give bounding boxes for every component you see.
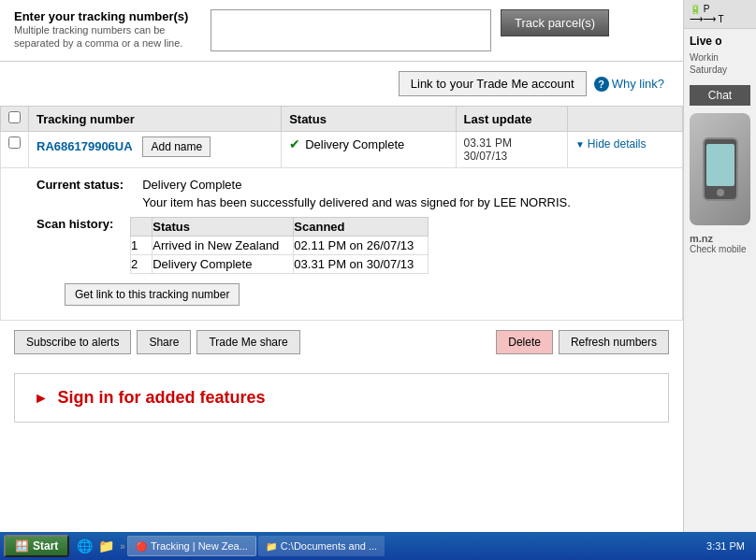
scan-status: Arrived in New Zealand	[153, 237, 294, 255]
scan-col-num	[131, 218, 153, 237]
status-text: Delivery Complete	[305, 137, 404, 151]
details-row: Current status: Delivery Complete Your i…	[1, 168, 683, 321]
subscribe-button[interactable]: Subscribe to alerts	[14, 330, 131, 354]
tracking-number-cell: RA686179906UA Add name	[29, 132, 282, 168]
link-trade-me-button[interactable]: Link to your Trade Me account	[399, 71, 587, 96]
tracking-tab-label: Tracking | New Zea...	[151, 540, 248, 552]
tracking-label: Enter your tracking number(s)	[14, 9, 201, 23]
scan-status: Delivery Complete	[153, 255, 294, 274]
last-update-time: 03.31 PM	[464, 136, 560, 150]
taskbar-item-tracking[interactable]: 🔴 Tracking | New Zea...	[127, 536, 256, 556]
svg-point-2	[717, 189, 724, 196]
sign-in-section: ► Sign in for added features	[14, 373, 669, 423]
get-link-button[interactable]: Get link to this tracking number	[65, 283, 240, 306]
folder-icon[interactable]: 📁	[98, 538, 114, 553]
mobile-title: m.nz	[690, 233, 750, 244]
scan-scanned: 03.31 PM on 30/07/13	[294, 255, 429, 274]
select-all-checkbox[interactable]	[8, 111, 21, 123]
scan-row: 1 Arrived in New Zealand 02.11 PM on 26/…	[131, 237, 429, 255]
battery-icon: 🔋 P	[690, 4, 750, 14]
share-button[interactable]: Share	[137, 330, 191, 354]
sign-in-text: Sign in for added features	[57, 388, 265, 407]
documents-tab-label: C:\Documents and ...	[281, 540, 377, 552]
delete-button[interactable]: Delete	[496, 330, 553, 354]
row-checkbox[interactable]	[8, 136, 21, 149]
live-box: Live o Workin Saturday	[684, 29, 756, 81]
scan-col-status: Status	[153, 218, 294, 237]
scan-col-scanned: Scanned	[294, 218, 429, 237]
add-name-button[interactable]: Add name	[142, 136, 211, 157]
network-icon: ⟶⟶ T	[690, 14, 750, 24]
col-tracking-number: Tracking number	[29, 107, 282, 132]
tracking-textarea[interactable]	[211, 9, 491, 51]
table-row: RA686179906UA Add name ✔ Delivery Comple…	[1, 132, 683, 168]
question-icon: ?	[594, 77, 609, 92]
trade-me-share-button[interactable]: Trade Me share	[196, 330, 299, 354]
current-status-row: Current status: Delivery Complete Your i…	[36, 178, 665, 209]
scan-table: Status Scanned 1 Arrived in New Zealand …	[130, 217, 429, 274]
live-text: Workin Saturday	[690, 51, 750, 76]
tracking-input-section: Enter your tracking number(s) Multiple t…	[0, 0, 683, 62]
status-cell: ✔ Delivery Complete	[282, 132, 456, 168]
sidebar-top: 🔋 P ⟶⟶ T	[684, 0, 756, 29]
last-update-date: 30/07/13	[464, 150, 560, 163]
scan-history-label: Scan history:	[36, 217, 121, 274]
tracking-sublabel: Multiple tracking numbers can be separat…	[14, 23, 201, 50]
tracking-tab-icon: 🔴	[136, 541, 147, 552]
track-button[interactable]: Track parcel(s)	[501, 9, 609, 36]
col-last-update: Last update	[456, 107, 568, 132]
taskbar-time: 3:31 PM	[699, 540, 752, 552]
why-link-label: Why link?	[612, 77, 664, 91]
scan-history-section: Scan history: Status Scanned	[36, 217, 665, 274]
scan-scanned: 02.11 PM on 26/07/13	[294, 237, 429, 255]
link-section: Link to your Trade Me account ? Why link…	[0, 62, 683, 106]
scan-row: 2 Delivery Complete 03.31 PM on 30/07/13	[131, 255, 429, 274]
tracking-number-link[interactable]: RA686179906UA	[36, 139, 133, 153]
taskbar: 🪟 Start 🌐 📁 » 🔴 Tracking | New Zea... 📁 …	[0, 532, 756, 560]
check-icon: ✔	[289, 136, 300, 151]
why-link[interactable]: ? Why link?	[594, 77, 664, 92]
main-content: Enter your tracking number(s) Multiple t…	[0, 0, 683, 538]
ie-icon[interactable]: 🌐	[77, 538, 93, 553]
mobile-text: m.nz Check mobile	[684, 229, 756, 258]
start-button[interactable]: 🪟 Start	[4, 535, 69, 557]
taskbar-item-documents[interactable]: 📁 C:\Documents and ...	[258, 536, 385, 556]
double-arrow: »	[120, 541, 125, 552]
action-buttons: Subscribe to alerts Share Trade Me share…	[0, 321, 683, 364]
start-label: Start	[33, 539, 58, 553]
tracking-table: Tracking number Status Last update RA686…	[0, 106, 683, 321]
col-actions	[568, 107, 683, 132]
battery-symbol: 🔋 P	[690, 4, 709, 14]
col-checkbox	[1, 107, 29, 132]
right-sidebar: 🔋 P ⟶⟶ T Live o Workin Saturday Chat m.n…	[683, 0, 756, 538]
current-status-label: Current status:	[36, 178, 124, 209]
details-cell: Current status: Delivery Complete Your i…	[1, 168, 683, 321]
current-status-note: Your item has been successfully delivere…	[142, 195, 571, 209]
chat-button[interactable]: Chat	[690, 85, 750, 106]
documents-tab-icon: 📁	[266, 541, 277, 552]
last-update-cell: 03.31 PM 30/07/13	[456, 132, 568, 168]
hide-details-link[interactable]: Hide details	[575, 137, 646, 151]
phone-image	[690, 113, 750, 225]
scan-num: 2	[131, 255, 153, 274]
col-status: Status	[282, 107, 456, 132]
svg-rect-1	[706, 144, 734, 186]
mobile-desc: Check mobile	[690, 244, 750, 254]
start-orb: 🪟	[15, 539, 29, 553]
details-section: Current status: Delivery Complete Your i…	[8, 173, 675, 315]
live-title: Live o	[690, 35, 750, 48]
row-checkbox-cell	[1, 132, 29, 168]
scan-num: 1	[131, 237, 153, 255]
tracking-label-group: Enter your tracking number(s) Multiple t…	[14, 9, 201, 50]
refresh-button[interactable]: Refresh numbers	[559, 330, 669, 354]
sign-in-arrow: ►	[34, 390, 49, 406]
hide-details-cell: Hide details	[568, 132, 683, 168]
current-status-value: Delivery Complete	[142, 178, 571, 192]
